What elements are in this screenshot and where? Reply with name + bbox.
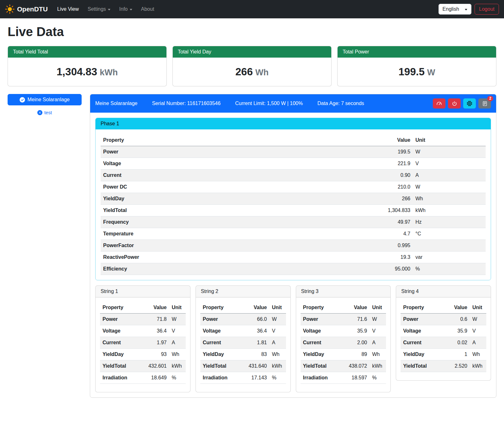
limit-settings-button[interactable] (433, 98, 445, 109)
row-unit (413, 240, 486, 252)
row-unit: V (169, 325, 186, 337)
table-row: Irradiation17.143% (200, 372, 286, 384)
row-unit: Hz (413, 216, 486, 228)
table-row: PowerFactor0.995 (101, 240, 486, 252)
row-property: Current (401, 337, 443, 349)
sidebar-item-test[interactable]: test (8, 110, 82, 115)
row-value: 83 (239, 349, 269, 360)
row-property: YieldTotal (200, 360, 239, 372)
language-select[interactable]: English (439, 4, 471, 15)
table-row: YieldTotal1,304.833kWh (101, 205, 486, 216)
row-unit: A (470, 337, 486, 349)
table-row: YieldTotal432.601kWh (100, 360, 186, 372)
row-property: YieldDay (101, 193, 287, 205)
power-button[interactable] (448, 98, 461, 109)
row-value: 438.072 (339, 360, 370, 372)
row-unit: A (370, 337, 386, 349)
table-row: Current0.02A (401, 337, 486, 349)
row-property: Voltage (401, 325, 443, 337)
row-unit: V (413, 158, 486, 170)
table-row: YieldDay93Wh (100, 349, 186, 360)
table-row: Current1.97A (100, 337, 186, 349)
row-unit: W (169, 314, 186, 325)
row-value: 36.4 (239, 325, 269, 337)
nav-info[interactable]: Info (115, 4, 136, 15)
row-unit: kWh (370, 360, 386, 372)
string-card-1: String 1 Property Value Unit (95, 285, 190, 392)
row-property: Voltage (101, 158, 287, 170)
nav-live-view-label: Live View (57, 6, 79, 12)
nav-settings[interactable]: Settings (84, 4, 114, 15)
row-value: 1.97 (139, 337, 169, 349)
chevron-down-icon (130, 9, 132, 10)
row-unit: A (169, 337, 186, 349)
x-circle-icon[interactable] (37, 110, 42, 115)
row-value: 221.9 (287, 158, 413, 170)
nav-about[interactable]: About (137, 4, 158, 15)
row-value: 18.597 (339, 372, 370, 384)
column-value: Value (339, 302, 370, 314)
row-value: 19.3 (287, 252, 413, 263)
inverter-button-label: Meine Solaranlage (28, 97, 70, 103)
row-unit: Wh (370, 349, 386, 360)
row-property: Power DC (101, 181, 287, 193)
gauge-icon (436, 101, 442, 106)
row-unit: kWh (470, 360, 486, 372)
nav-live-view[interactable]: Live View (53, 4, 83, 15)
brand[interactable]: OpenDTU (5, 4, 48, 14)
row-property: YieldTotal (401, 360, 443, 372)
table-row: YieldTotal438.072kWh (301, 360, 386, 372)
summary-cards: Total Yield Total 1,304.83kWh Total Yiel… (8, 46, 496, 86)
chevron-down-icon (108, 9, 110, 10)
row-unit: % (270, 372, 286, 384)
row-property: Irradiation (100, 372, 139, 384)
row-value: 35.9 (339, 325, 370, 337)
device-info-button[interactable] (463, 98, 476, 109)
row-property: Irradiation (200, 372, 239, 384)
string-card-4: String 4 Property Value Unit (396, 285, 491, 381)
events-button[interactable]: 2 (478, 98, 491, 109)
row-value: 49.97 (287, 216, 413, 228)
row-unit: kWh (169, 360, 186, 372)
row-value: 17.143 (239, 372, 269, 384)
row-property: Efficiency (101, 263, 287, 275)
logout-button[interactable]: Logout (475, 4, 499, 15)
inverter-select-button[interactable]: Meine Solaranlage (8, 94, 82, 105)
row-unit: V (270, 325, 286, 337)
nav-links: Live View Settings Info About (53, 4, 158, 15)
row-value: 66.0 (239, 314, 269, 325)
row-value: 0.02 (443, 337, 470, 349)
row-unit: W (470, 314, 486, 325)
row-property: Current (301, 337, 339, 349)
row-unit: Wh (270, 349, 286, 360)
page-title: Live Data (8, 25, 496, 39)
table-row: Efficiency95.000% (101, 263, 486, 275)
table-row: Irradiation18.649% (100, 372, 186, 384)
row-unit: W (413, 146, 486, 158)
current-limit: Current Limit: 1,500 W | 100% (235, 101, 303, 106)
column-unit: Unit (169, 302, 186, 314)
row-property: Power (200, 314, 239, 325)
column-property: Property (401, 302, 443, 314)
table-header-row: Property Value Unit (301, 302, 386, 314)
card-unit: W (427, 68, 435, 77)
string-table: Property Value Unit Power66.0WVoltage36.… (200, 302, 286, 384)
inverter-panel-header: Meine Solaranlage Serial Number: 1161716… (90, 94, 496, 113)
string-table: Property Value Unit Power71.6WVoltage35.… (301, 302, 386, 384)
row-property: Voltage (301, 325, 339, 337)
row-value: 2.520 (443, 360, 470, 372)
card-value: 266 (235, 66, 253, 78)
row-property: Voltage (100, 325, 139, 337)
row-property: Power (401, 314, 443, 325)
row-unit: V (370, 325, 386, 337)
row-value: 199.5 (287, 146, 413, 158)
events-list-icon (482, 101, 488, 106)
column-unit: Unit (470, 302, 486, 314)
column-unit: Unit (370, 302, 386, 314)
table-row: Power199.5W (101, 146, 486, 158)
row-property: YieldTotal (100, 360, 139, 372)
row-value: 18.649 (139, 372, 169, 384)
table-row: Power DC210.0W (101, 181, 486, 193)
row-unit: W (413, 181, 486, 193)
row-property: YieldTotal (101, 205, 287, 216)
